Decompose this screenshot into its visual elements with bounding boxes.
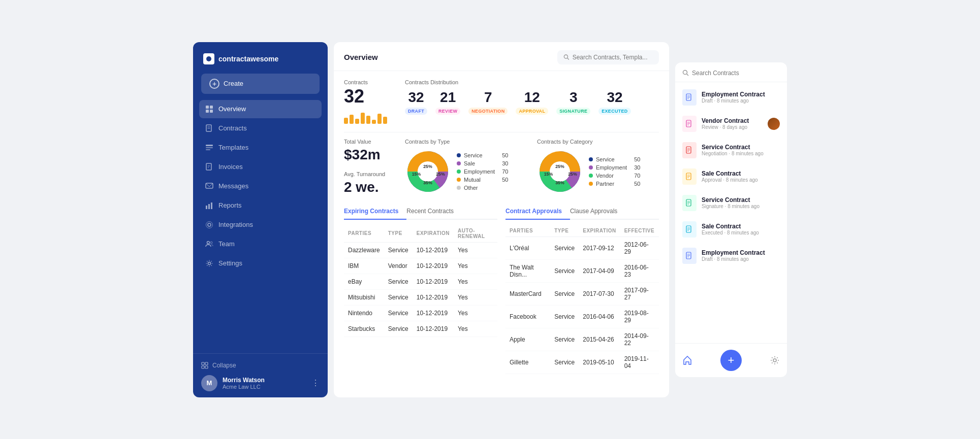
sidebar-item-settings[interactable]: Settings xyxy=(199,254,322,273)
legend-dot xyxy=(457,153,461,157)
list-item[interactable]: Employment Contract Draft · 8 minutes ag… xyxy=(675,84,787,111)
tab-recent[interactable]: Recent Contracts xyxy=(406,204,462,220)
list-item[interactable]: Sale Contract Executed · 8 minutes ago xyxy=(675,216,787,243)
contract-info: Sale Contract Executed · 8 minutes ago xyxy=(702,223,780,235)
legend-dot xyxy=(457,161,461,165)
user-menu-button[interactable]: ⋮ xyxy=(311,378,320,388)
table-row[interactable]: The Walt Disn... Service 2017-04-09 2016… xyxy=(505,259,659,282)
total-value-section: Total Value $32m Avg. Turnaround 2 we. xyxy=(344,139,395,195)
table-row[interactable]: Starbucks Service 10-12-2019 Yes xyxy=(344,321,497,336)
sidebar-item-integrations[interactable]: Integrations xyxy=(199,216,322,234)
contracts-label: Contracts xyxy=(344,79,395,85)
svg-point-26 xyxy=(564,55,567,58)
sidebar-item-contracts[interactable]: Contracts xyxy=(199,119,322,138)
rp-search-bar[interactable] xyxy=(675,62,787,82)
user-details: Morris Watson Acme Law LLC xyxy=(223,377,265,390)
legend-item: Other xyxy=(457,185,508,191)
contract-title: Employment Contract xyxy=(702,249,780,256)
contract-subtitle: Negotiation · 8 minutes ago xyxy=(702,151,780,156)
tab-clause-approvals[interactable]: Clause Approvals xyxy=(570,204,625,220)
table-row[interactable]: Facebook Service 2016-04-06 2019-08-29 xyxy=(505,305,659,328)
legend-dot xyxy=(457,178,461,182)
legend-item: Service50 xyxy=(457,152,508,158)
svg-point-68 xyxy=(773,359,776,362)
by-type-chart: 25% 25% 35% 15% Service50Sale30Employmen… xyxy=(405,149,527,194)
table-row[interactable]: IBM Vendor 10-12-2019 Yes xyxy=(344,258,497,274)
by-category-section: Contracts by Category 25% 25% xyxy=(537,139,659,195)
main-search-bar[interactable] xyxy=(557,50,659,64)
contract-title: Vendor Contract xyxy=(702,117,763,124)
table-row[interactable]: Nintendo Service 10-12-2019 Yes xyxy=(344,305,497,321)
contract-subtitle: Review · 8 days ago xyxy=(702,124,763,130)
parties-cell: eBay xyxy=(344,274,384,289)
sidebar-item-team[interactable]: Team xyxy=(199,235,322,253)
by-type-section: Contracts by Type xyxy=(405,139,527,195)
tab-contract-approvals[interactable]: Contract Approvals xyxy=(505,204,570,220)
avatar: M xyxy=(201,375,217,391)
svg-text:15%: 15% xyxy=(412,171,421,176)
expiration-cell: 10-12-2019 xyxy=(413,242,454,258)
table-row[interactable]: Apple Service 2015-04-26 2014-09-22 xyxy=(505,328,659,351)
by-category-legend: Service50Employment30Vendor70Partner50 xyxy=(589,156,640,187)
sidebar-item-reports[interactable]: Reports xyxy=(199,196,322,215)
table-row[interactable]: eBay Service 10-12-2019 Yes xyxy=(344,274,497,289)
fab-button[interactable]: + xyxy=(720,350,742,371)
integrations-icon xyxy=(205,221,213,229)
rp-search-input[interactable] xyxy=(692,70,780,77)
list-item[interactable]: Vendor Contract Review · 8 days ago xyxy=(675,111,787,137)
svg-point-19 xyxy=(207,241,210,244)
search-input[interactable] xyxy=(573,54,653,61)
by-type-legend: Service50Sale30Employment70Mutual50Other xyxy=(457,152,508,191)
tab-expiring[interactable]: Expiring Contracts xyxy=(344,204,406,220)
parties-cell: Starbucks xyxy=(344,321,384,336)
contract-list: Employment Contract Draft · 8 minutes ag… xyxy=(675,82,787,343)
type-cell: Vendor xyxy=(384,258,413,274)
collapse-icon xyxy=(201,362,208,369)
bar xyxy=(377,114,382,124)
list-item[interactable]: Employment Contract Draft · 8 minutes ag… xyxy=(675,243,787,269)
distribution-section: Contracts Distribution 32 DRAFT 21 REVIE… xyxy=(405,79,659,124)
contract-icon xyxy=(682,221,697,238)
right-panel: Employment Contract Draft · 8 minutes ag… xyxy=(675,62,787,377)
table-row[interactable]: Gillette Service 2019-05-10 2019-11-04 xyxy=(505,351,659,374)
contract-icon xyxy=(682,248,697,264)
table-row[interactable]: L'Oréal Service 2017-09-12 2012-06-29 xyxy=(505,237,659,259)
svg-rect-3 xyxy=(210,110,213,113)
dist-num: 32 xyxy=(607,89,622,106)
type-cell: Service xyxy=(550,328,579,351)
dist-item: 12 APPROVAL xyxy=(516,89,548,115)
contract-title: Sale Contract xyxy=(702,170,780,177)
sidebar-item-templates[interactable]: Templates xyxy=(199,139,322,157)
renewal-cell: Yes xyxy=(454,305,497,321)
approvals-thead: PARTIESTYPEEXPIRATIONEFFECTIVE xyxy=(505,226,659,237)
expiration-cell: 2017-04-09 xyxy=(579,259,620,282)
type-cell: Service xyxy=(384,274,413,289)
total-value: $32m xyxy=(344,147,395,163)
parties-cell: Dazzleware xyxy=(344,242,384,258)
list-item[interactable]: Service Contract Signature · 8 minutes a… xyxy=(675,190,787,216)
create-button[interactable]: + Create xyxy=(201,74,320,94)
file-icon xyxy=(686,252,693,260)
reports-icon xyxy=(205,201,213,210)
expiration-cell: 10-12-2019 xyxy=(413,305,454,321)
rp-search-icon xyxy=(682,70,689,76)
sidebar-item-overview[interactable]: Overview xyxy=(199,100,322,118)
collapse-button[interactable]: Collapse xyxy=(201,360,320,371)
table-row[interactable]: Mitsubishi Service 10-12-2019 Yes xyxy=(344,289,497,305)
team-icon xyxy=(205,240,213,248)
table-row[interactable]: MasterCard Service 2017-07-30 2017-09-27 xyxy=(505,282,659,305)
rp-settings-icon[interactable] xyxy=(770,355,780,365)
table-row[interactable]: Dazzleware Service 10-12-2019 Yes xyxy=(344,242,497,258)
sidebar-item-messages[interactable]: Messages xyxy=(199,177,322,195)
home-icon[interactable] xyxy=(682,355,692,365)
list-item[interactable]: Service Contract Negotiation · 8 minutes… xyxy=(675,137,787,163)
svg-rect-10 xyxy=(206,163,211,170)
sidebar-item-invoices[interactable]: Invoices xyxy=(199,158,322,176)
svg-rect-14 xyxy=(206,206,207,209)
total-value-label: Total Value xyxy=(344,139,395,145)
main-header: Overview xyxy=(334,42,669,71)
list-item[interactable]: Sale Contract Approval · 8 minutes ago xyxy=(675,163,787,190)
sidebar-logo: contractawesome xyxy=(193,42,328,74)
expiring-table: PARTIESTYPEEXPIRATIONAUTO-RENEWAL Dazzle… xyxy=(344,226,497,337)
by-type-label: Contracts by Type xyxy=(405,139,527,145)
